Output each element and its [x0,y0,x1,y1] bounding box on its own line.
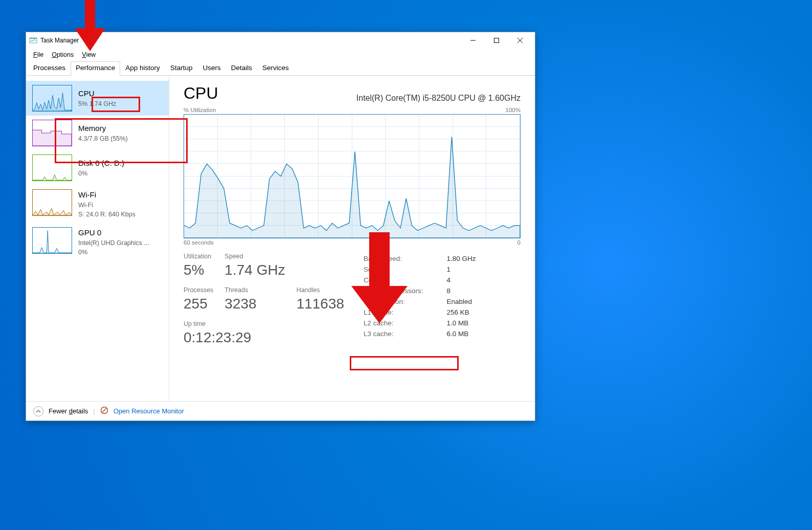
content: CPU 5% 1.74 GHz Memory 4.3/7.8 GB (55%) [26,76,535,401]
resource-monitor-icon [100,406,108,416]
sidebar-item-memory[interactable]: Memory 4.3/7.8 GB (55%) [26,116,169,150]
main-panel: CPU Intel(R) Core(TM) i5-8250U CPU @ 1.6… [169,76,535,401]
sidebar-item-gpu[interactable]: GPU 0 Intel(R) UHD Graphics ... 0% [26,223,169,261]
disk-thumb-icon [32,154,72,181]
menu-file[interactable]: File [29,50,48,59]
menubar: File Options View [26,49,535,61]
sidebar-item-label: Memory [78,123,128,134]
open-resource-monitor-link[interactable]: Open Resource Monitor [114,407,184,415]
sidebar-item-sub: 5% 1.74 GHz [78,100,116,109]
window-title: Task Manager [40,37,79,44]
svg-rect-8 [85,0,95,28]
sidebar-item-sub: 0% [78,169,124,179]
stat-processes: Processes 255 [184,286,213,312]
stat-speed: Speed 1.74 GHz [224,253,285,278]
close-button[interactable] [508,33,532,48]
sidebar-item-label: Disk 0 (C: D:) [78,158,124,168]
stat-uptime: Up time 0:12:23:29 [184,320,344,346]
gpu-thumb-icon [32,227,72,254]
tab-details[interactable]: Details [226,61,257,76]
stat-row-cores: Cores:4 [364,275,476,285]
sidebar-item-label: Wi-Fi [78,189,136,200]
sidebar-item-sub: Wi-Fi [78,201,136,210]
stat-row-l1: L1 cache:256 KB [364,307,476,317]
stat-threads: Threads 3238 [224,286,285,312]
sidebar-item-sub: 4.3/7.8 GB (55%) [78,135,128,144]
tab-app-history[interactable]: App history [120,61,165,76]
cpu-thumb-icon [32,85,72,112]
chart-ymax: 100% [506,107,521,113]
memory-thumb-icon [32,120,72,146]
svg-line-7 [102,408,106,412]
stats-right: Base speed:1.80 GHz Sockets:1 Cores:4 Lo… [363,253,477,346]
titlebar[interactable]: Task Manager [26,32,535,49]
cpu-model: Intel(R) Core(TM) i5-8250U CPU @ 1.60GHz [356,94,521,103]
stat-utilization: Utilization 5% [184,253,213,278]
stat-row-l3: L3 cache:6.0 MB [364,329,476,339]
stats: Utilization 5% Speed 1.74 GHz Processes … [184,253,521,346]
minimize-button[interactable] [461,33,485,48]
performance-sidebar: CPU 5% 1.74 GHz Memory 4.3/7.8 GB (55%) [26,76,169,401]
sidebar-item-label: GPU 0 [78,227,149,238]
sidebar-item-disk[interactable]: Disk 0 (C: D:) 0% [26,150,169,185]
sidebar-item-sub2: 0% [78,248,149,257]
main-header: CPU Intel(R) Core(TM) i5-8250U CPU @ 1.6… [184,84,521,103]
sidebar-item-cpu[interactable]: CPU 5% 1.74 GHz [26,81,169,116]
chart-ylabel: % Utilization [184,107,216,113]
tab-processes[interactable]: Processes [28,61,71,76]
stat-row-virtualization: Virtualization:Enabled [364,297,476,306]
stat-row-l2: L2 cache:1.0 MB [364,318,476,328]
maximize-button[interactable] [485,33,508,48]
svg-rect-1 [30,38,37,39]
menu-options[interactable]: Options [48,50,78,59]
task-manager-window: Task Manager File Options View Processes… [26,32,535,421]
sidebar-item-wifi[interactable]: Wi-Fi Wi-Fi S: 24.0 R: 640 Kbps [26,185,169,223]
tab-services[interactable]: Services [257,61,294,76]
stat-handles: Handles 111638 [297,286,344,312]
tab-startup[interactable]: Startup [165,61,198,76]
chart-xmax: 60 seconds [184,239,214,246]
chevron-up-icon[interactable] [33,406,43,416]
page-title: CPU [184,84,218,103]
tab-users[interactable]: Users [197,61,225,76]
wifi-thumb-icon [32,189,72,216]
svg-rect-3 [494,38,499,43]
stat-row-base-speed: Base speed:1.80 GHz [364,254,476,263]
footer: Fewer details | Open Resource Monitor [26,401,535,421]
stat-row-logical: Logical processors:8 [364,286,476,296]
chart-xmin: 0 [517,239,521,246]
tabs: Processes Performance App history Startu… [26,61,535,76]
stat-row-sockets: Sockets:1 [364,264,476,274]
app-icon [29,36,37,45]
sidebar-item-sub: Intel(R) UHD Graphics ... [78,239,149,248]
sidebar-item-sub2: S: 24.0 R: 640 Kbps [78,210,136,219]
fewer-details-link[interactable]: Fewer details [49,407,88,415]
tab-performance[interactable]: Performance [71,61,120,76]
menu-view[interactable]: View [78,50,100,59]
sidebar-item-label: CPU [78,88,116,99]
cpu-utilization-chart[interactable] [184,114,521,238]
